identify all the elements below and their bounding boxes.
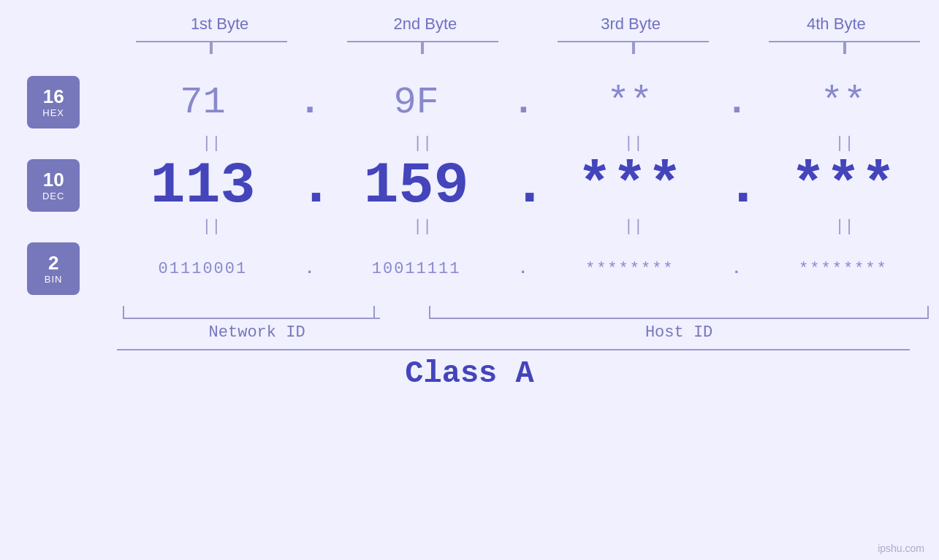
dec-row: 10 DEC 113 . 159 . *** . *** bbox=[0, 152, 939, 219]
class-bracket-line bbox=[117, 349, 910, 350]
hex-data-row: 71 . 9F . ** . ** bbox=[107, 81, 939, 124]
bin-badge-label: BIN bbox=[45, 274, 63, 285]
class-bracket bbox=[0, 349, 939, 350]
hex-b1: 71 bbox=[107, 81, 298, 124]
dec-badge: 10 DEC bbox=[27, 159, 80, 212]
hex-badge-col: 16 HEX bbox=[0, 69, 107, 136]
bracket-2 bbox=[328, 41, 517, 54]
hex-badge-num: 16 bbox=[43, 86, 64, 107]
eq-row-2: || || || || bbox=[117, 219, 939, 235]
eq-2: || bbox=[328, 136, 517, 152]
dec-b2: 159 bbox=[321, 153, 512, 219]
eq-8: || bbox=[750, 219, 939, 235]
dec-badge-num: 10 bbox=[43, 169, 64, 191]
eq-1: || bbox=[117, 136, 306, 152]
dec-b4: *** bbox=[748, 153, 939, 219]
dec-dot-1: . bbox=[299, 153, 321, 219]
bin-dot-3: . bbox=[726, 260, 748, 278]
host-id-label: Host ID bbox=[419, 323, 939, 342]
bracket-1 bbox=[117, 41, 306, 54]
top-brackets bbox=[0, 41, 939, 54]
footer-text: ipshu.com bbox=[878, 542, 924, 554]
network-bracket bbox=[117, 306, 397, 319]
label-row: Network ID Host ID bbox=[0, 323, 939, 342]
main-container: 1st Byte 2nd Byte 3rd Byte 4th Byte bbox=[0, 0, 939, 560]
dec-badge-col: 10 DEC bbox=[0, 152, 107, 219]
byte-headers: 1st Byte 2nd Byte 3rd Byte 4th Byte bbox=[0, 15, 939, 34]
eq-3: || bbox=[539, 136, 729, 152]
eq-7: || bbox=[539, 219, 729, 235]
hex-badge: 16 HEX bbox=[27, 76, 80, 129]
bin-badge-col: 2 BIN bbox=[0, 235, 107, 302]
dec-data-row: 113 . 159 . *** . *** bbox=[107, 153, 939, 219]
class-label: Class A bbox=[0, 356, 939, 391]
hex-b2: 9F bbox=[321, 81, 512, 124]
bin-dot-1: . bbox=[299, 260, 321, 278]
hex-badge-label: HEX bbox=[42, 107, 64, 118]
bottom-bracket-area bbox=[0, 306, 939, 319]
eq-5: || bbox=[117, 219, 306, 235]
dec-b1: 113 bbox=[107, 153, 298, 219]
bin-b4: ******** bbox=[748, 260, 939, 278]
byte-header-4: 4th Byte bbox=[734, 15, 939, 34]
hex-dot-1: . bbox=[299, 81, 321, 124]
eq-row-1: || || || || bbox=[117, 136, 939, 152]
bin-b2: 10011111 bbox=[321, 260, 512, 278]
hex-b3: ** bbox=[534, 81, 726, 124]
byte-header-2: 2nd Byte bbox=[322, 15, 528, 34]
dec-b3: *** bbox=[534, 153, 726, 219]
bin-b1: 01110001 bbox=[107, 260, 298, 278]
eq-6: || bbox=[328, 219, 517, 235]
hex-dot-3: . bbox=[726, 81, 748, 124]
bin-data-row: 01110001 . 10011111 . ******** . *******… bbox=[107, 260, 939, 278]
hex-dot-2: . bbox=[512, 81, 534, 124]
bracket-3 bbox=[539, 41, 729, 54]
equals-row-2: || || || || bbox=[0, 219, 939, 235]
bin-badge: 2 BIN bbox=[27, 242, 80, 295]
dec-dot-2: . bbox=[512, 153, 534, 219]
bin-b3: ******** bbox=[534, 260, 726, 278]
eq-4: || bbox=[750, 136, 939, 152]
host-bracket bbox=[419, 306, 939, 319]
byte-header-3: 3rd Byte bbox=[528, 15, 734, 34]
bin-dot-2: . bbox=[512, 260, 534, 278]
network-id-label: Network ID bbox=[117, 323, 397, 342]
bracket-4 bbox=[750, 41, 939, 54]
hex-row: 16 HEX 71 . 9F . ** . ** bbox=[0, 69, 939, 136]
hex-b4: ** bbox=[748, 81, 939, 124]
byte-header-1: 1st Byte bbox=[117, 15, 322, 34]
bin-row: 2 BIN 01110001 . 10011111 . ******** . *… bbox=[0, 235, 939, 302]
dec-dot-3: . bbox=[726, 153, 748, 219]
bin-badge-num: 2 bbox=[48, 253, 58, 274]
dec-badge-label: DEC bbox=[42, 191, 64, 202]
equals-row-1: || || || || bbox=[0, 136, 939, 152]
